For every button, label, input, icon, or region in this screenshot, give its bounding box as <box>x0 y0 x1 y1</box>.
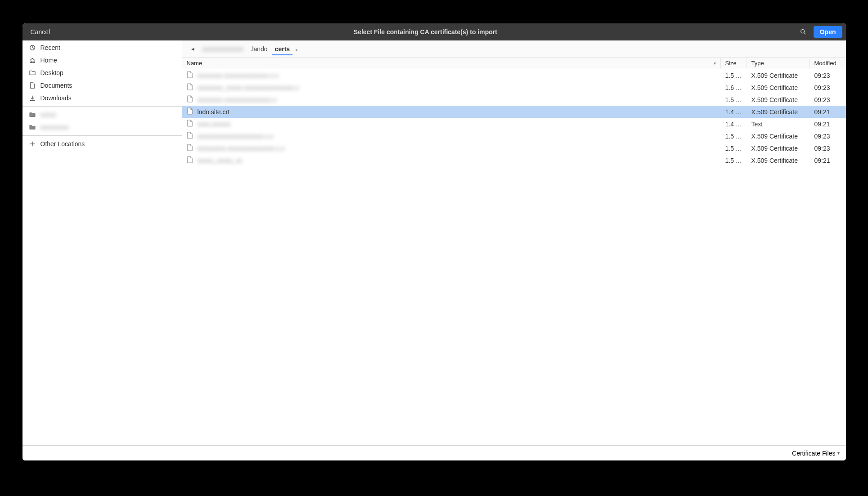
file-type: X.509 Certificate <box>747 83 810 93</box>
search-icon[interactable] <box>796 27 810 37</box>
sidebar-item-bookmark[interactable]: xxxxx <box>22 108 182 121</box>
dialog-body: RecentHomeDesktopDocumentsDownloads xxxx… <box>22 40 846 445</box>
file-type: X.509 Certificate <box>747 143 810 153</box>
column-header-name[interactable]: Name ▾ <box>182 58 721 68</box>
file-icon <box>187 132 193 140</box>
sidebar-item-label: Documents <box>40 82 72 89</box>
sidebar: RecentHomeDesktopDocumentsDownloads xxxx… <box>22 40 182 445</box>
file-list: xxxxxxxx.xxxxxxxxxxxxxx.x.x1.5 kBX.509 C… <box>182 69 846 445</box>
file-row[interactable]: xxxxxxxx.xxxxxxxxxxxxxx.x.x1.5 kBX.509 C… <box>182 69 846 81</box>
sort-indicator-icon: ▾ <box>714 61 716 66</box>
file-size: 1.5 kB <box>721 71 747 80</box>
column-header-size[interactable]: Size <box>721 58 747 68</box>
home-icon <box>29 57 36 64</box>
file-icon <box>187 71 193 80</box>
file-size: 1.6 kB <box>721 83 747 93</box>
file-modified: 09:23 <box>810 143 846 153</box>
svg-line-1 <box>804 33 805 35</box>
column-header-modified[interactable]: Modified <box>810 58 846 68</box>
file-name: xxxx.xxxxxx <box>198 121 231 128</box>
file-modified: 09:23 <box>810 95 846 105</box>
file-type: X.509 Certificate <box>747 95 810 105</box>
file-size: 1.5 kB <box>721 131 747 141</box>
sidebar-item-label: Home <box>40 57 57 64</box>
sidebar-item-label: Desktop <box>40 69 63 76</box>
sidebar-item-recent[interactable]: Recent <box>22 41 182 54</box>
svg-point-0 <box>801 30 804 33</box>
sidebar-item-label: xxxxxxxxx <box>40 124 69 131</box>
document-icon <box>29 82 36 89</box>
breadcrumb-back-icon[interactable]: ◂ <box>189 45 197 53</box>
titlebar: Cancel Select File containing CA certifi… <box>22 23 846 40</box>
sidebar-item-bookmark[interactable]: xxxxxxxxx <box>22 121 182 134</box>
folder-icon <box>29 124 36 131</box>
file-icon <box>187 83 193 92</box>
breadcrumb-item[interactable]: .lando <box>248 44 270 54</box>
download-icon <box>29 94 36 102</box>
file-row[interactable]: xxxxxxxxx.xxxxxxxxxxxxxxx.x.x1.5 kBX.509… <box>182 142 846 154</box>
file-row[interactable]: xxxxxxxx.xxxxxxxxxxxxxxx.x1.5 kBX.509 Ce… <box>182 94 846 106</box>
footer: Certificate Files ▾ <box>22 445 846 460</box>
breadcrumb: ◂ xxxxxxxxxxxxx.landocerts ▸ <box>182 40 846 58</box>
file-row[interactable]: xxxxxxxxxxxxxxxxxxxxx.x.x1.5 kBX.509 Cer… <box>182 130 846 142</box>
file-size: 1.4 kB <box>721 107 747 117</box>
folder-icon <box>29 69 36 76</box>
file-type: X.509 Certificate <box>747 156 810 165</box>
sidebar-divider <box>22 106 182 107</box>
column-headers: Name ▾ Size Type Modified <box>182 58 846 69</box>
sidebar-item-label: Downloads <box>40 94 72 102</box>
file-modified: 09:23 <box>810 71 846 80</box>
file-size: 1.5 kB <box>721 156 747 165</box>
file-name: xxxxxxxxxxxxxxxxxxxxx.x.x <box>198 133 274 140</box>
file-row[interactable]: xxxxxxxx_xxxxx.xxxxxxxxxxxxxxxx.x1.6 kBX… <box>182 81 846 94</box>
breadcrumb-item[interactable]: certs <box>272 44 292 55</box>
file-name: xxxxxxxxx.xxxxxxxxxxxxxxx.x.x <box>198 145 285 152</box>
file-type: X.509 Certificate <box>747 131 810 141</box>
file-icon <box>187 144 193 152</box>
file-icon <box>187 95 193 104</box>
file-row[interactable]: xxxxx_xxxxx_xx1.5 kBX.509 Certificate09:… <box>182 154 846 166</box>
sidebar-item-other-locations[interactable]: Other Locations <box>22 138 182 150</box>
file-name: lndo.site.crt <box>198 108 230 116</box>
file-name: xxxxxxxx.xxxxxxxxxxxxxx.x.x <box>198 72 279 79</box>
file-row[interactable]: xxxx.xxxxxx1.4 kBText09:21 <box>182 118 846 130</box>
file-type: Text <box>747 119 810 129</box>
file-size: 1.5 kB <box>721 143 747 153</box>
sidebar-item-home[interactable]: Home <box>22 54 182 67</box>
sidebar-item-label: Other Locations <box>40 140 85 147</box>
chevron-down-icon: ▾ <box>837 451 840 456</box>
file-type-filter-dropdown[interactable]: Certificate Files ▾ <box>792 450 839 457</box>
sidebar-item-documents[interactable]: Documents <box>22 79 182 92</box>
cancel-button[interactable]: Cancel <box>26 27 55 37</box>
file-size: 1.5 kB <box>721 95 747 105</box>
filter-label: Certificate Files <box>792 450 835 457</box>
file-type: X.509 Certificate <box>747 71 810 80</box>
open-button[interactable]: Open <box>814 26 842 38</box>
file-type: X.509 Certificate <box>747 107 810 117</box>
file-modified: 09:23 <box>810 83 846 93</box>
column-header-type[interactable]: Type <box>747 58 810 68</box>
file-icon <box>187 107 193 116</box>
file-row[interactable]: lndo.site.crt1.4 kBX.509 Certificate09:2… <box>182 106 846 118</box>
sidebar-item-label: xxxxx <box>40 111 56 118</box>
breadcrumb-item[interactable]: xxxxxxxxxxxxx <box>200 44 246 54</box>
file-name: xxxxx_xxxxx_xx <box>198 157 243 164</box>
file-modified: 09:21 <box>810 107 846 117</box>
sidebar-item-desktop[interactable]: Desktop <box>22 67 182 79</box>
sidebar-item-label: Recent <box>40 44 60 51</box>
chevron-right-icon: ▸ <box>294 47 298 52</box>
column-header-label: Name <box>187 60 202 67</box>
file-size: 1.4 kB <box>721 119 747 129</box>
sidebar-item-downloads[interactable]: Downloads <box>22 92 182 104</box>
file-modified: 09:21 <box>810 156 846 165</box>
clock-icon <box>29 44 36 51</box>
plus-icon <box>29 140 36 147</box>
file-modified: 09:21 <box>810 119 846 129</box>
file-chooser-dialog: Cancel Select File containing CA certifi… <box>22 23 846 460</box>
file-modified: 09:23 <box>810 131 846 141</box>
file-icon <box>187 156 193 165</box>
file-name: xxxxxxxx_xxxxx.xxxxxxxxxxxxxxxx.x <box>198 84 299 91</box>
file-icon <box>187 120 193 128</box>
dialog-title: Select File containing CA certificate(s)… <box>54 28 796 36</box>
folder-icon <box>29 111 36 118</box>
